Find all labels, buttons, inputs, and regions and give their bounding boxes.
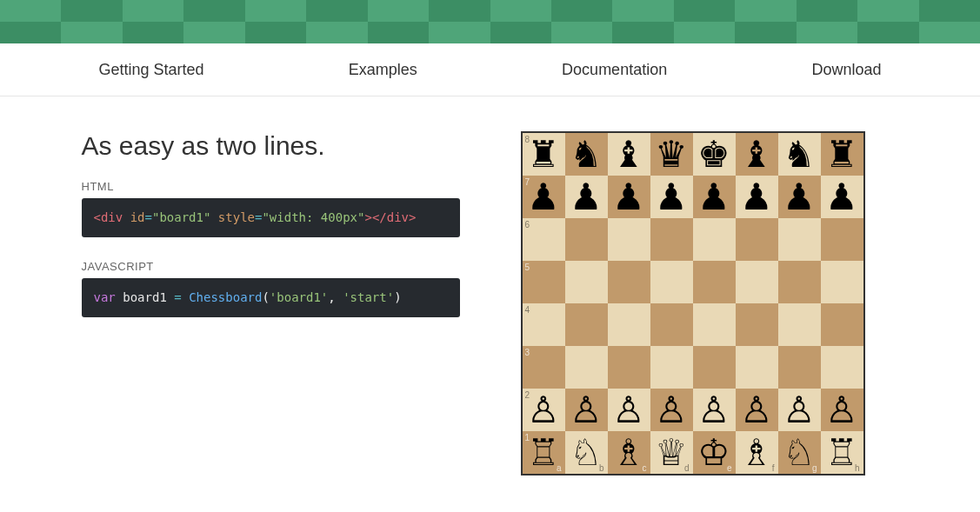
chess-piece-wR[interactable]: ♖ xyxy=(527,435,560,471)
board-square[interactable]: ♙ xyxy=(821,389,863,431)
board-square[interactable] xyxy=(650,303,693,346)
board-square[interactable] xyxy=(608,346,650,389)
board-square[interactable]: 5 xyxy=(523,261,565,303)
chessboard[interactable]: 8♜♞♝♛♚♝♞♜7♟♟♟♟♟♟♟♟65432♙♙♙♙♙♙♙♙1a♖b♘c♗d♕… xyxy=(521,131,865,475)
chess-piece-bN[interactable]: ♞ xyxy=(570,136,603,173)
board-square[interactable] xyxy=(778,218,821,261)
board-square[interactable] xyxy=(565,346,608,389)
board-square[interactable]: ♙ xyxy=(778,389,821,431)
chess-piece-wK[interactable]: ♔ xyxy=(697,435,730,471)
board-square[interactable]: 8♜ xyxy=(523,133,565,176)
board-square[interactable]: 4 xyxy=(523,303,565,346)
nav-getting-started[interactable]: Getting Started xyxy=(99,61,204,78)
chess-piece-wR[interactable]: ♖ xyxy=(825,435,858,471)
chess-piece-wQ[interactable]: ♕ xyxy=(655,435,688,471)
chess-piece-wP[interactable]: ♙ xyxy=(697,392,730,429)
board-square[interactable]: d♕ xyxy=(650,431,693,474)
board-square[interactable] xyxy=(736,346,778,389)
chess-piece-wB[interactable]: ♗ xyxy=(740,435,773,471)
board-square[interactable] xyxy=(650,218,693,261)
board-square[interactable] xyxy=(608,218,650,261)
chess-piece-wP[interactable]: ♙ xyxy=(655,392,688,429)
board-square[interactable] xyxy=(693,261,736,303)
board-square[interactable]: 7♟ xyxy=(523,176,565,218)
board-square[interactable] xyxy=(565,261,608,303)
board-square[interactable] xyxy=(736,218,778,261)
board-square[interactable]: g♘ xyxy=(778,431,821,474)
board-square[interactable]: ♟ xyxy=(693,176,736,218)
board-square[interactable] xyxy=(565,303,608,346)
board-square[interactable] xyxy=(821,261,863,303)
board-square[interactable] xyxy=(650,261,693,303)
chess-piece-bP[interactable]: ♟ xyxy=(612,179,645,216)
board-square[interactable] xyxy=(821,303,863,346)
board-square[interactable] xyxy=(821,346,863,389)
board-square[interactable]: ♟ xyxy=(565,176,608,218)
board-square[interactable]: h♖ xyxy=(821,431,863,474)
board-square[interactable]: ♝ xyxy=(736,133,778,176)
board-square[interactable]: ♚ xyxy=(693,133,736,176)
chess-piece-bP[interactable]: ♟ xyxy=(570,179,603,216)
chess-piece-bQ[interactable]: ♛ xyxy=(655,136,688,173)
board-square[interactable]: ♟ xyxy=(778,176,821,218)
chess-piece-bP[interactable]: ♟ xyxy=(825,179,858,216)
nav-documentation[interactable]: Documentation xyxy=(562,61,667,78)
board-square[interactable] xyxy=(736,261,778,303)
chess-piece-wP[interactable]: ♙ xyxy=(825,392,858,429)
chess-piece-bP[interactable]: ♟ xyxy=(697,179,730,216)
chess-piece-wP[interactable]: ♙ xyxy=(783,392,816,429)
chess-piece-bR[interactable]: ♜ xyxy=(527,136,560,173)
board-square[interactable] xyxy=(778,303,821,346)
board-square[interactable] xyxy=(693,303,736,346)
board-square[interactable]: 2♙ xyxy=(523,389,565,431)
board-square[interactable]: ♟ xyxy=(608,176,650,218)
chess-piece-bR[interactable]: ♜ xyxy=(825,136,858,173)
board-square[interactable]: 1a♖ xyxy=(523,431,565,474)
board-square[interactable]: ♙ xyxy=(693,389,736,431)
chess-piece-bP[interactable]: ♟ xyxy=(527,179,560,216)
chess-piece-wP[interactable]: ♙ xyxy=(612,392,645,429)
chess-piece-wP[interactable]: ♙ xyxy=(527,392,560,429)
chess-piece-bP[interactable]: ♟ xyxy=(783,179,816,216)
board-square[interactable] xyxy=(821,218,863,261)
board-square[interactable] xyxy=(565,218,608,261)
board-square[interactable] xyxy=(693,346,736,389)
board-square[interactable]: e♔ xyxy=(693,431,736,474)
board-square[interactable]: ♙ xyxy=(736,389,778,431)
board-square[interactable] xyxy=(736,303,778,346)
board-square[interactable]: ♙ xyxy=(565,389,608,431)
board-square[interactable]: ♟ xyxy=(650,176,693,218)
chess-piece-bP[interactable]: ♟ xyxy=(655,179,688,216)
board-square[interactable] xyxy=(778,346,821,389)
chess-piece-bB[interactable]: ♝ xyxy=(740,136,773,173)
board-square[interactable]: b♘ xyxy=(565,431,608,474)
board-square[interactable]: 6 xyxy=(523,218,565,261)
chess-piece-bN[interactable]: ♞ xyxy=(783,136,816,173)
board-square[interactable] xyxy=(778,261,821,303)
chess-piece-wN[interactable]: ♘ xyxy=(783,435,816,471)
board-square[interactable]: ♙ xyxy=(650,389,693,431)
board-square[interactable] xyxy=(693,218,736,261)
chess-piece-wP[interactable]: ♙ xyxy=(570,392,603,429)
board-square[interactable] xyxy=(650,346,693,389)
board-square[interactable] xyxy=(608,261,650,303)
board-square[interactable]: ♝ xyxy=(608,133,650,176)
chess-piece-bB[interactable]: ♝ xyxy=(612,136,645,173)
chess-piece-wP[interactable]: ♙ xyxy=(740,392,773,429)
chess-piece-bP[interactable]: ♟ xyxy=(740,179,773,216)
chess-piece-wN[interactable]: ♘ xyxy=(570,435,603,471)
board-square[interactable]: 3 xyxy=(523,346,565,389)
board-square[interactable]: f♗ xyxy=(736,431,778,474)
board-square[interactable]: c♗ xyxy=(608,431,650,474)
board-square[interactable]: ♜ xyxy=(821,133,863,176)
board-square[interactable]: ♛ xyxy=(650,133,693,176)
board-square[interactable]: ♟ xyxy=(736,176,778,218)
chess-piece-bK[interactable]: ♚ xyxy=(697,136,730,173)
nav-examples[interactable]: Examples xyxy=(349,61,417,78)
board-square[interactable]: ♙ xyxy=(608,389,650,431)
board-square[interactable]: ♞ xyxy=(778,133,821,176)
chess-piece-wB[interactable]: ♗ xyxy=(612,435,645,471)
board-square[interactable]: ♞ xyxy=(565,133,608,176)
nav-download[interactable]: Download xyxy=(811,61,881,78)
board-square[interactable]: ♟ xyxy=(821,176,863,218)
